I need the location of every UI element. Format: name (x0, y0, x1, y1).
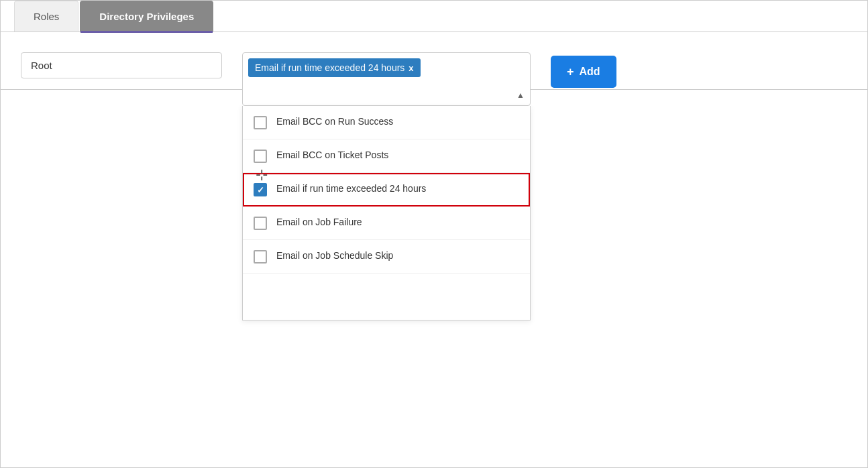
plus-icon: + (567, 65, 574, 79)
dropdown-item-label-job-schedule-skip: Email on Job Schedule Skip (276, 249, 393, 263)
dropdown-item-job-failure[interactable]: Email on Job Failure (243, 207, 530, 240)
dropdown-item-label-bcc-ticket-posts: Email BCC on Ticket Posts (276, 149, 388, 162)
dropdown-list: Email BCC on Run Success Email BCC on Ti… (242, 106, 531, 320)
tag-dismiss-button[interactable]: x (409, 63, 413, 73)
move-cursor-icon: ⊹ (256, 166, 268, 184)
root-input-wrap: Root (21, 52, 222, 78)
page-container: Roles Directory Privileges Root Email if… (1, 1, 867, 467)
checkbox-bcc-run-success[interactable] (254, 116, 267, 129)
add-button-label: Add (580, 66, 600, 78)
dropdown-item-label-runtime-exceeded: Email if run time exceeded 24 hours (276, 182, 426, 196)
dropdown-item-runtime-exceeded[interactable]: Email if run time exceeded 24 hours (243, 173, 530, 207)
dropdown-scroll-area[interactable]: Email BCC on Run Success Email BCC on Ti… (243, 106, 530, 320)
selected-tag-text: Email if run time exceeded 24 hours (255, 62, 404, 73)
checkbox-job-failure[interactable] (254, 217, 267, 230)
tab-directory-privileges[interactable]: Directory Privileges (80, 1, 213, 32)
tab-roles-label: Roles (34, 11, 59, 22)
checkbox-bcc-ticket-posts[interactable] (254, 150, 267, 163)
dropdown-item-job-schedule-skip[interactable]: Email on Job Schedule Skip (243, 240, 530, 274)
tab-roles[interactable]: Roles (14, 1, 78, 32)
checkbox-runtime-exceeded[interactable] (254, 183, 267, 196)
dropdown-item-bcc-run-success[interactable]: Email BCC on Run Success (243, 106, 530, 139)
dropdown-item-label-job-failure: Email on Job Failure (276, 216, 362, 229)
main-content: Root Email if run time exceeded 24 hours… (1, 32, 867, 341)
multiselect-area: Email if run time exceeded 24 hours x ▲ … (242, 52, 531, 320)
selected-box[interactable]: Email if run time exceeded 24 hours x ▲ (242, 52, 531, 106)
collapse-arrow-icon[interactable]: ▲ (517, 91, 525, 100)
dropdown-item-label-bcc-run-success: Email BCC on Run Success (276, 115, 393, 129)
root-input[interactable]: Root (21, 52, 222, 78)
checkbox-job-schedule-skip[interactable] (254, 250, 267, 264)
dropdown-item-bcc-ticket-posts[interactable]: Email BCC on Ticket Posts (243, 139, 530, 173)
tabs-bar: Roles Directory Privileges (1, 1, 867, 32)
add-button[interactable]: + Add (551, 56, 616, 88)
selected-tag: Email if run time exceeded 24 hours x (248, 58, 421, 77)
tab-directory-privileges-label: Directory Privileges (99, 11, 194, 22)
